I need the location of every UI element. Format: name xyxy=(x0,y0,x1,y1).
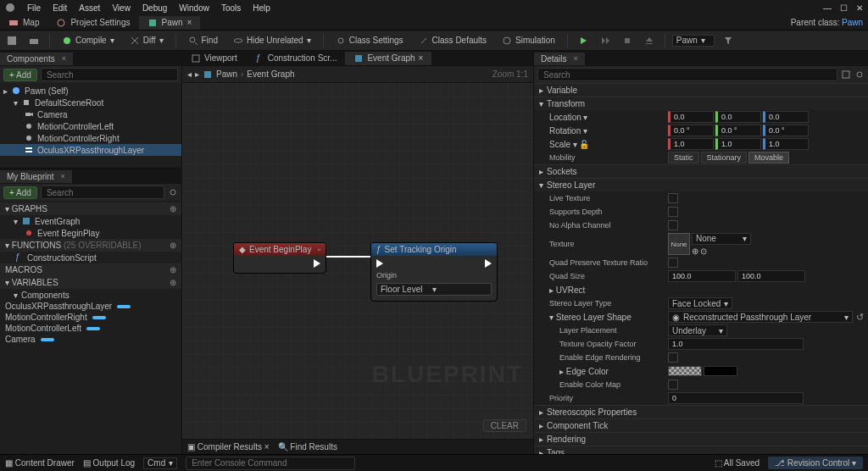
diff-button[interactable]: Diff▾ xyxy=(125,34,169,47)
tab-compiler-results[interactable]: ▣ Compiler Results × xyxy=(187,442,270,452)
texture-thumbnail[interactable]: None xyxy=(668,233,690,255)
section-macros[interactable]: MACROS⊕ xyxy=(0,263,181,276)
close-icon[interactable]: × xyxy=(62,54,66,63)
compile-button[interactable]: Compile▾ xyxy=(57,34,120,47)
component-motion-right[interactable]: MotionControllerRight xyxy=(0,132,181,144)
origin-dropdown[interactable]: Floor Level▾ xyxy=(376,283,492,296)
graph-eventgraph[interactable]: ▾EventGraph xyxy=(0,215,181,227)
graph-canvas[interactable]: BLUEPRINT ◆Event BeginPlay▫ ƒSet Trackin… xyxy=(182,83,533,439)
use-selected-icon[interactable]: ⊕ xyxy=(692,247,698,256)
nav-back[interactable]: ◂ xyxy=(187,69,192,79)
edge-color-alpha[interactable] xyxy=(704,366,737,376)
debug-target-dropdown[interactable]: Pawn▾ xyxy=(672,35,715,47)
menu-help[interactable]: Help xyxy=(253,3,270,13)
menu-tools[interactable]: Tools xyxy=(221,3,241,13)
all-saved-indicator[interactable]: ⬚ All Saved xyxy=(715,458,760,468)
mobility-stationary[interactable]: Stationary xyxy=(701,152,748,163)
menu-window[interactable]: Window xyxy=(179,3,209,13)
category-rendering[interactable]: ▸Rendering xyxy=(534,432,868,446)
location-y[interactable] xyxy=(715,111,761,123)
category-tags[interactable]: ▸Tags xyxy=(534,446,868,454)
close-icon[interactable]: × xyxy=(61,172,65,180)
function-construction[interactable]: ƒConstructionScript xyxy=(0,252,181,263)
stop-button[interactable] xyxy=(619,34,636,47)
components-search[interactable] xyxy=(41,68,178,81)
close-button[interactable]: ✕ xyxy=(856,3,863,13)
opacity-input[interactable] xyxy=(668,338,804,350)
gear-icon[interactable] xyxy=(854,69,865,80)
crumb-leaf[interactable]: Event Graph xyxy=(247,69,294,79)
browse-asset-icon[interactable]: ⊙ xyxy=(700,247,707,256)
class-settings-button[interactable]: Class Settings xyxy=(331,34,409,47)
scale-y[interactable] xyxy=(715,138,761,150)
section-variables[interactable]: ▾ VARIABLES⊕ xyxy=(0,276,181,289)
tab-find-results[interactable]: 🔍 Find Results xyxy=(278,442,337,452)
myblueprint-tab[interactable]: My Blueprint× xyxy=(0,170,72,183)
minimize-button[interactable]: — xyxy=(823,3,832,13)
category-sockets[interactable]: ▸Sockets xyxy=(534,164,868,178)
mobility-static[interactable]: Static xyxy=(668,152,699,163)
category-stereoscopic[interactable]: ▸Stereoscopic Properties xyxy=(534,405,868,418)
var-group-components[interactable]: ▾Components xyxy=(0,289,181,301)
var-mcl[interactable]: MotionControllerLeft xyxy=(0,323,181,334)
menu-view[interactable]: View xyxy=(112,3,131,13)
add-new-button[interactable]: + Add xyxy=(3,186,37,199)
category-variable[interactable]: ▸Variable xyxy=(534,83,868,97)
save-button[interactable] xyxy=(3,34,20,47)
browse-button[interactable] xyxy=(25,34,42,47)
component-camera[interactable]: Camera xyxy=(0,108,181,120)
scale-z[interactable] xyxy=(763,138,809,150)
node-event-beginplay[interactable]: ◆Event BeginPlay▫ xyxy=(233,242,326,274)
layer-shape-dropdown[interactable]: ◉Reconstructed Passthrough Layer▾ xyxy=(668,311,853,323)
chevron-down-icon[interactable]: ▾ xyxy=(583,126,587,136)
category-stereo-layer[interactable]: ▾Stereo Layer xyxy=(534,178,868,191)
nav-fwd[interactable]: ▸ xyxy=(195,69,199,79)
crumb-root[interactable]: Pawn xyxy=(216,69,237,79)
live-texture-checkbox[interactable] xyxy=(668,193,678,203)
component-motion-left[interactable]: MotionControllerLeft xyxy=(0,120,181,132)
close-icon[interactable]: × xyxy=(574,54,578,63)
color-map-checkbox[interactable] xyxy=(668,380,678,390)
rotation-y[interactable] xyxy=(715,125,761,136)
close-icon[interactable]: × xyxy=(419,53,424,63)
exec-out-pin[interactable] xyxy=(485,259,492,268)
tab-pawn[interactable]: Pawn × xyxy=(139,16,201,30)
maximize-button[interactable]: ☐ xyxy=(840,3,848,13)
location-z[interactable] xyxy=(763,111,809,123)
layer-placement-dropdown[interactable]: Underlay▾ xyxy=(668,324,727,336)
property-matrix-icon[interactable] xyxy=(841,69,851,80)
content-drawer-button[interactable]: ▦ Content Drawer xyxy=(5,458,75,468)
lock-icon[interactable]: 🔓 xyxy=(579,140,589,149)
priority-input[interactable] xyxy=(668,392,804,404)
tab-construction[interactable]: ƒConstruction Scr... xyxy=(246,52,346,65)
tab-pawn-close[interactable]: × xyxy=(187,18,192,27)
chevron-down-icon[interactable]: ▾ xyxy=(573,140,577,149)
edge-color-swatch[interactable] xyxy=(668,366,702,376)
event-beginplay[interactable]: Event BeginPlay xyxy=(0,227,181,239)
revision-control-button[interactable]: ⎇ Revision Control ▾ xyxy=(768,457,863,469)
menu-asset[interactable]: Asset xyxy=(79,3,100,13)
add-component-button[interactable]: + Add xyxy=(3,69,37,81)
component-oculus-passthrough[interactable]: OculusXRPassthroughLayer xyxy=(0,144,181,156)
section-graphs[interactable]: ▾ GRAPHS⊕ xyxy=(0,202,181,215)
tab-map[interactable]: Map xyxy=(0,16,47,30)
no-alpha-checkbox[interactable] xyxy=(668,220,678,230)
find-button[interactable]: Find xyxy=(183,34,223,47)
details-search[interactable] xyxy=(537,68,837,81)
category-component-tick[interactable]: ▸Component Tick xyxy=(534,418,868,432)
menu-file[interactable]: File xyxy=(27,3,41,13)
var-camera[interactable]: Camera xyxy=(0,334,181,345)
supports-depth-checkbox[interactable] xyxy=(668,207,678,217)
category-transform[interactable]: ▾Transform xyxy=(534,97,868,110)
component-scene-root[interactable]: ▾DefaultSceneRoot xyxy=(0,97,181,108)
tab-project-settings[interactable]: Project Settings xyxy=(47,16,138,30)
tab-viewport[interactable]: Viewport xyxy=(182,52,246,65)
details-tab[interactable]: Details× xyxy=(534,53,585,65)
hide-unrelated-button[interactable]: Hide Unrelated▾ xyxy=(228,34,316,47)
tab-eventgraph[interactable]: Event Graph× xyxy=(345,52,431,65)
node-set-tracking-origin[interactable]: ƒSet Tracking Origin Origin Floor Level▾ xyxy=(370,242,498,302)
layer-type-dropdown[interactable]: Face Locked▾ xyxy=(668,297,732,309)
menu-edit[interactable]: Edit xyxy=(53,3,67,13)
edge-rendering-checkbox[interactable] xyxy=(668,352,678,363)
add-macro-button[interactable]: ⊕ xyxy=(170,265,176,274)
